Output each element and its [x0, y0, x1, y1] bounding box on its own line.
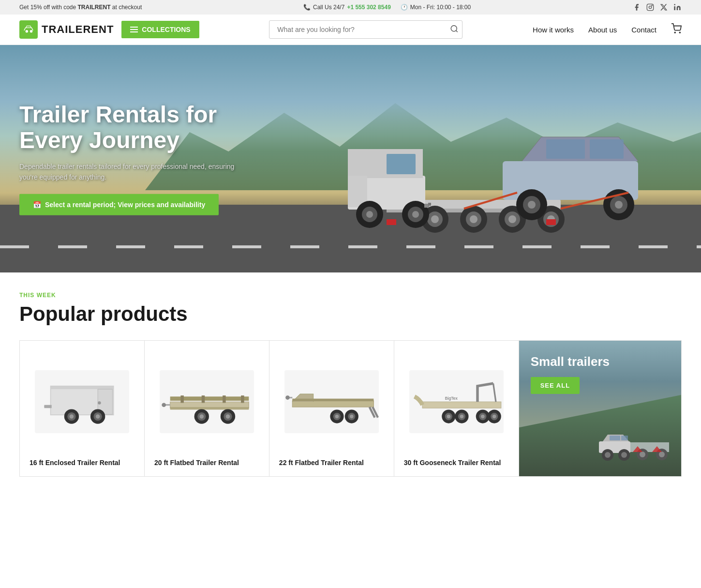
svg-point-111 — [605, 452, 611, 458]
svg-point-17 — [470, 215, 477, 223]
hours-text: Mon - Fri: 10:00 - 18:00 — [410, 4, 471, 11]
product-image-area-1 — [30, 350, 134, 453]
svg-point-43 — [366, 211, 373, 218]
product-image-area-2 — [154, 350, 259, 453]
svg-point-73 — [225, 414, 230, 419]
phone-info: 📞 Call Us 24/7 +1 555 302 8549 — [303, 4, 391, 11]
featured-title: Small trailers — [531, 354, 610, 369]
cart-icon[interactable] — [671, 23, 682, 36]
nav-how-it-works[interactable]: How it works — [533, 26, 574, 34]
product-card-enclosed-16[interactable]: 16 ft Enclosed Trailer Rental — [20, 341, 145, 476]
product-name-4: 30 ft Gooseneck Trailer Rental — [404, 459, 501, 467]
svg-point-3 — [674, 4, 675, 5]
product-card-flatbed-22[interactable]: 22 ft Flatbed Trailer Rental — [269, 341, 394, 476]
svg-point-6 — [451, 26, 457, 31]
collections-button[interactable]: COLLECTIONS — [121, 21, 199, 38]
svg-rect-24 — [387, 219, 396, 225]
phone-icon: 📞 — [303, 4, 311, 11]
product-image-3 — [284, 370, 379, 433]
svg-rect-62 — [170, 407, 249, 409]
featured-car-svg — [599, 428, 676, 467]
svg-point-90 — [447, 415, 450, 419]
flatbed-20-svg — [160, 376, 254, 428]
products-grid: 16 ft Enclosed Trailer Rental — [19, 340, 682, 477]
svg-point-99 — [492, 415, 496, 419]
svg-point-113 — [621, 452, 627, 458]
svg-rect-50 — [50, 386, 113, 389]
svg-point-83 — [350, 415, 354, 419]
product-name-3: 22 ft Flatbed Trailer Rental — [279, 459, 364, 467]
hero-subtitle: Dependable trailer rentals tailored for … — [19, 161, 237, 182]
promo-text: Get 15% off with code — [19, 4, 78, 11]
product-image-4: BigTex — [409, 370, 504, 433]
hero-cta-button[interactable]: 📅 Select a rental period; View prices an… — [19, 194, 219, 215]
clock-icon: 🕐 — [401, 4, 408, 11]
svg-point-20 — [508, 215, 516, 223]
product-image-area-3 — [279, 350, 384, 453]
svg-point-1 — [649, 6, 651, 8]
topbar: Get 15% off with code TRAILRENT at check… — [0, 0, 701, 15]
svg-rect-66 — [223, 395, 226, 403]
svg-point-31 — [528, 201, 536, 209]
search-button[interactable] — [450, 25, 459, 35]
logo-text: TRAILERENT — [42, 23, 114, 36]
hero-title: Trailer Rentals for Every Journey — [19, 102, 237, 153]
svg-point-34 — [615, 201, 623, 209]
logo-icon — [19, 20, 38, 39]
svg-point-52 — [98, 401, 101, 405]
search-bar — [269, 20, 462, 39]
linkedin-icon[interactable] — [673, 3, 682, 12]
flatbed-22-svg — [284, 376, 379, 428]
logo-svg — [23, 24, 34, 35]
svg-point-104 — [659, 452, 665, 457]
svg-rect-67 — [241, 395, 244, 403]
svg-point-4 — [26, 30, 29, 32]
hours-info: 🕐 Mon - Fri: 10:00 - 18:00 — [401, 4, 471, 11]
hero-content: Trailer Rentals for Every Journey Depend… — [19, 102, 237, 215]
x-twitter-icon[interactable] — [659, 3, 668, 12]
see-all-button[interactable]: SEE ALL — [531, 377, 580, 394]
svg-point-85 — [285, 395, 290, 400]
svg-rect-64 — [180, 395, 184, 403]
product-image-1 — [35, 370, 129, 433]
svg-rect-77 — [292, 398, 373, 401]
nav-contact[interactable]: Contact — [631, 26, 656, 34]
featured-card-small-trailers: Small trailers SEE ALL — [519, 341, 681, 476]
product-name-2: 20 ft Flatbed Trailer Rental — [154, 459, 239, 467]
instagram-icon[interactable] — [646, 3, 655, 12]
facebook-icon[interactable] — [632, 3, 641, 12]
collections-label: COLLECTIONS — [142, 26, 190, 33]
header-left: TRAILERENT COLLECTIONS — [19, 20, 199, 39]
svg-rect-28 — [590, 139, 624, 159]
svg-point-58 — [96, 414, 100, 419]
promo-code: TRAILRENT — [78, 4, 111, 11]
cart-svg — [671, 23, 682, 34]
logo[interactable]: TRAILERENT — [19, 20, 114, 39]
hero-vehicle — [338, 55, 701, 272]
svg-rect-39 — [387, 154, 416, 174]
hamburger-icon — [130, 27, 138, 32]
svg-point-70 — [199, 414, 204, 419]
header-nav: How it works About us Contact — [533, 23, 682, 36]
nav-about-us[interactable]: About us — [588, 26, 617, 34]
product-card-gooseneck-30[interactable]: BigTex 30 ft Gooseneck Trailer Rental — [394, 341, 519, 476]
svg-point-2 — [652, 5, 652, 6]
svg-rect-25 — [546, 219, 556, 225]
search-input[interactable] — [269, 20, 462, 39]
svg-point-46 — [412, 211, 419, 218]
product-image-2 — [160, 370, 254, 433]
hero-section: Trailer Rentals for Every Journey Depend… — [0, 45, 701, 272]
product-card-flatbed-20[interactable]: 20 ft Flatbed Trailer Rental — [145, 341, 269, 476]
topbar-center: 📞 Call Us 24/7 +1 555 302 8549 🕐 Mon - F… — [303, 4, 471, 11]
search-icon — [450, 25, 459, 33]
svg-point-8 — [674, 32, 675, 33]
product-image-area-4: BigTex — [404, 350, 509, 453]
phone-link[interactable]: +1 555 302 8549 — [347, 4, 390, 11]
svg-point-55 — [69, 414, 74, 419]
svg-rect-48 — [428, 203, 431, 206]
svg-point-9 — [679, 32, 680, 33]
svg-point-5 — [30, 30, 33, 32]
svg-rect-86 — [422, 402, 501, 408]
svg-point-102 — [640, 452, 645, 457]
svg-rect-108 — [610, 436, 620, 440]
